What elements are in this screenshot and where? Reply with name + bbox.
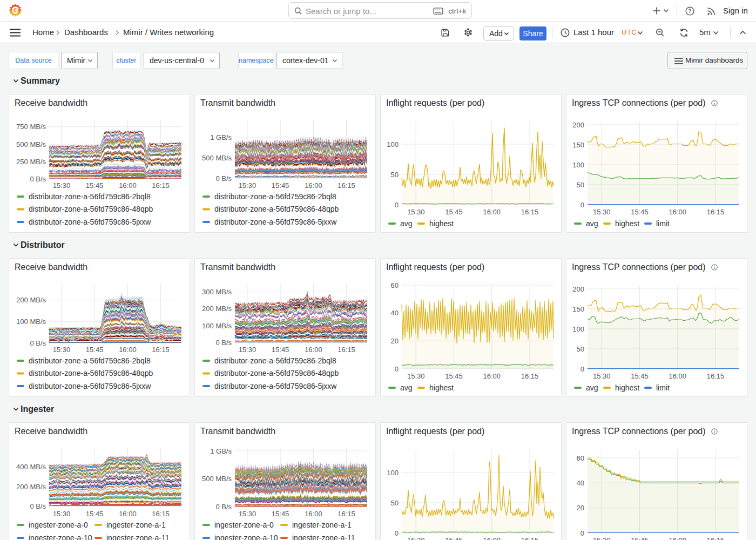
svg-text:15:45: 15:45 (445, 208, 463, 216)
svg-text:15:30: 15:30 (593, 372, 611, 380)
svg-text:500 MB/s: 500 MB/s (202, 154, 232, 162)
svg-text:16:00: 16:00 (483, 208, 501, 216)
svg-text:60: 60 (577, 454, 584, 462)
svg-text:16:00: 16:00 (483, 536, 501, 540)
svg-text:16:00: 16:00 (305, 346, 322, 354)
svg-text:ingester-zone-a-1: ingester-zone-a-1 (292, 521, 352, 529)
svg-text:highest: highest (429, 219, 454, 228)
svg-text:15:45: 15:45 (445, 536, 463, 540)
svg-text:16:00: 16:00 (119, 181, 137, 190)
svg-text:15:30: 15:30 (239, 181, 256, 190)
svg-text:1 GB/s: 1 GB/s (210, 133, 232, 141)
svg-text:16:15: 16:15 (521, 372, 539, 380)
svg-text:0: 0 (580, 529, 584, 537)
svg-text:0: 0 (395, 201, 399, 209)
svg-text:ingester-zone-a-10: ingester-zone-a-10 (29, 534, 92, 540)
svg-text:limit: limit (656, 219, 670, 228)
svg-text:40: 40 (577, 479, 584, 487)
svg-text:400 MB/s: 400 MB/s (16, 463, 46, 471)
svg-text:15:30: 15:30 (53, 346, 71, 354)
svg-text:distributor-zone-a-56fd759c86-: distributor-zone-a-56fd759c86-48qpb (29, 205, 153, 213)
svg-text:ingester-zone-a-11: ingester-zone-a-11 (106, 534, 170, 540)
svg-text:15:45: 15:45 (631, 536, 649, 540)
svg-text:0: 0 (395, 365, 399, 373)
svg-text:distributor-zone-a-56fd759c86-: distributor-zone-a-56fd759c86-2bql8 (29, 192, 151, 201)
svg-text:200 MB/s: 200 MB/s (202, 305, 232, 313)
svg-text:100 MB/s: 100 MB/s (202, 322, 232, 330)
svg-text:15:30: 15:30 (407, 536, 425, 540)
svg-text:15:30: 15:30 (239, 346, 256, 354)
svg-text:ingester-zone-a-11: ingester-zone-a-11 (292, 534, 355, 540)
svg-text:distributor-zone-a-56fd759c86-: distributor-zone-a-56fd759c86-48qpb (214, 369, 339, 377)
svg-text:0: 0 (395, 529, 399, 537)
svg-text:15:30: 15:30 (53, 181, 71, 190)
svg-text:distributor-zone-a-56fd759c86-: distributor-zone-a-56fd759c86-2bql8 (214, 356, 336, 365)
svg-text:15:30: 15:30 (239, 510, 256, 518)
svg-text:100: 100 (572, 325, 584, 333)
svg-text:distributor-zone-a-56fd759c86-: distributor-zone-a-56fd759c86-5jxxw (29, 382, 151, 390)
svg-text:16:15: 16:15 (707, 536, 725, 540)
svg-text:200: 200 (572, 121, 584, 129)
svg-text:16:00: 16:00 (669, 372, 686, 380)
svg-text:16:15: 16:15 (338, 181, 355, 190)
svg-text:50: 50 (391, 171, 399, 179)
svg-text:distributor-zone-a-56fd759c86-: distributor-zone-a-56fd759c86-2bql8 (214, 192, 336, 201)
svg-text:15:45: 15:45 (86, 181, 104, 190)
svg-text:200: 200 (572, 285, 584, 293)
svg-text:16:00: 16:00 (119, 510, 137, 518)
svg-text:distributor-zone-a-56fd759c86-: distributor-zone-a-56fd759c86-48qpb (214, 205, 339, 213)
svg-text:distributor-zone-a-56fd759c86-: distributor-zone-a-56fd759c86-5jxxw (214, 218, 337, 226)
svg-text:ingester-zone-a-1: ingester-zone-a-1 (106, 521, 166, 529)
svg-text:40: 40 (391, 309, 399, 317)
svg-text:?: ? (688, 8, 691, 14)
svg-text:0 B/s: 0 B/s (215, 174, 232, 183)
svg-text:250 MB/s: 250 MB/s (16, 158, 46, 166)
svg-text:16:00: 16:00 (483, 372, 501, 380)
svg-text:50: 50 (391, 499, 399, 507)
svg-text:distributor-zone-a-56fd759c86-: distributor-zone-a-56fd759c86-48qpb (29, 369, 153, 377)
svg-text:16:15: 16:15 (152, 181, 170, 190)
svg-text:0 B/s: 0 B/s (30, 502, 46, 510)
svg-text:avg: avg (586, 383, 598, 392)
svg-text:15:30: 15:30 (407, 372, 425, 380)
svg-text:0 B/s: 0 B/s (215, 339, 232, 347)
svg-text:150: 150 (572, 305, 584, 313)
svg-text:limit: limit (656, 383, 670, 392)
svg-text:1 GB/s: 1 GB/s (210, 447, 232, 455)
svg-text:500 MB/s: 500 MB/s (16, 140, 46, 148)
svg-text:distributor-zone-a-56fd759c86-: distributor-zone-a-56fd759c86-5jxxw (214, 382, 337, 390)
svg-text:0 B/s: 0 B/s (215, 503, 232, 511)
svg-text:15:45: 15:45 (272, 181, 289, 190)
svg-text:15:45: 15:45 (631, 372, 649, 380)
svg-text:distributor-zone-a-56fd759c86-: distributor-zone-a-56fd759c86-2bql8 (29, 356, 151, 365)
svg-text:16:15: 16:15 (707, 208, 725, 216)
svg-text:avg: avg (586, 219, 598, 228)
svg-text:15:45: 15:45 (272, 346, 289, 354)
svg-text:100: 100 (572, 161, 584, 169)
svg-text:60: 60 (391, 281, 399, 289)
svg-text:highest: highest (615, 219, 639, 228)
svg-text:150: 150 (572, 141, 584, 149)
svg-text:15:45: 15:45 (272, 510, 289, 518)
svg-text:750 MB/s: 750 MB/s (16, 123, 46, 131)
svg-text:ingester-zone-a-0: ingester-zone-a-0 (214, 521, 274, 529)
svg-text:ingester-zone-a-0: ingester-zone-a-0 (29, 521, 88, 529)
svg-text:200 MB/s: 200 MB/s (16, 483, 46, 491)
svg-text:ingester-zone-a-10: ingester-zone-a-10 (214, 534, 278, 540)
svg-text:distributor-zone-a-56fd759c86-: distributor-zone-a-56fd759c86-5jxxw (29, 218, 151, 226)
svg-text:highest: highest (429, 383, 454, 392)
svg-text:15:45: 15:45 (445, 372, 463, 380)
svg-text:0 B/s: 0 B/s (30, 175, 46, 183)
svg-text:16:15: 16:15 (338, 346, 355, 354)
svg-text:0: 0 (580, 365, 584, 373)
svg-text:15:45: 15:45 (86, 510, 104, 518)
svg-text:20: 20 (391, 337, 399, 345)
svg-text:15:30: 15:30 (407, 208, 425, 216)
svg-text:100 MB/s: 100 MB/s (16, 318, 46, 326)
svg-text:16:00: 16:00 (669, 536, 686, 540)
svg-text:16:00: 16:00 (305, 181, 322, 190)
svg-text:100: 100 (387, 140, 399, 148)
svg-text:avg: avg (400, 383, 413, 392)
svg-text:0 B/s: 0 B/s (30, 339, 46, 347)
svg-text:16:15: 16:15 (707, 372, 725, 380)
